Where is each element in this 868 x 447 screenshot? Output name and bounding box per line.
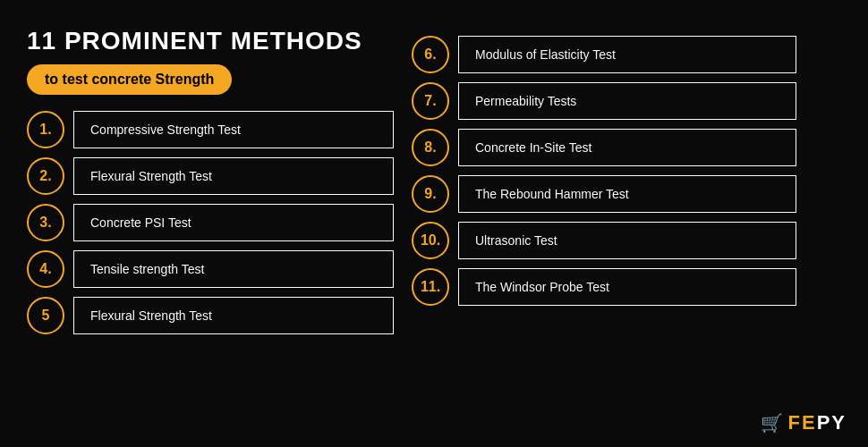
cart-icon: 🛒 [761, 412, 783, 434]
list-item: 4. Tensile strength Test [27, 250, 394, 288]
item-label-11: The Windsor Probe Test [458, 268, 796, 306]
list-item: 5 Flexural Strength Test [27, 297, 394, 334]
list-item: 1. Compressive Strength Test [27, 111, 394, 148]
item-label-7: Permeability Tests [458, 82, 796, 120]
list-item: 10. Ultrasonic Test [412, 222, 796, 259]
right-list: 6. Modulus of Elasticity Test 7. Permeab… [412, 36, 796, 306]
left-list: 1. Compressive Strength Test 2. Flexural… [27, 111, 394, 334]
item-label-4: Tensile strength Test [73, 250, 394, 288]
list-item: 2. Flexural Strength Test [27, 157, 394, 195]
item-label-8: Concrete In-Site Test [458, 129, 796, 166]
number-badge-9: 9. [412, 175, 449, 213]
item-label-5: Flexural Strength Test [73, 297, 394, 334]
item-label-1: Compressive Strength Test [73, 111, 394, 148]
item-label-9: The Rebound Hammer Test [458, 175, 796, 213]
number-badge-7: 7. [412, 82, 449, 120]
number-badge-1: 1. [27, 111, 64, 148]
number-badge-8: 8. [412, 129, 449, 166]
item-label-6: Modulus of Elasticity Test [458, 36, 796, 73]
logo-area: 🛒 FEPY [761, 411, 847, 434]
main-title: 11 PROMINENT METHODS [27, 27, 394, 55]
list-item: 7. Permeability Tests [412, 82, 796, 120]
logo-text: FEPY [788, 411, 847, 434]
list-item: 11. The Windsor Probe Test [412, 268, 796, 306]
main-container: 11 PROMINENT METHODS to test concrete St… [0, 0, 868, 447]
list-item: 6. Modulus of Elasticity Test [412, 36, 796, 73]
number-badge-4: 4. [27, 250, 64, 288]
number-badge-6: 6. [412, 36, 449, 73]
item-label-2: Flexural Strength Test [73, 157, 394, 195]
list-item: 3. Concrete PSI Test [27, 204, 394, 241]
list-item: 9. The Rebound Hammer Test [412, 175, 796, 213]
list-item: 8. Concrete In-Site Test [412, 129, 796, 166]
number-badge-2: 2. [27, 157, 64, 195]
item-label-3: Concrete PSI Test [73, 204, 394, 241]
number-badge-3: 3. [27, 204, 64, 241]
number-badge-11: 11. [412, 268, 449, 306]
right-column: 6. Modulus of Elasticity Test 7. Permeab… [412, 27, 796, 429]
subtitle-badge: to test concrete Strength [27, 64, 232, 95]
left-column: 11 PROMINENT METHODS to test concrete St… [27, 27, 412, 429]
number-badge-10: 10. [412, 222, 449, 259]
number-badge-5: 5 [27, 297, 64, 334]
item-label-10: Ultrasonic Test [458, 222, 796, 259]
